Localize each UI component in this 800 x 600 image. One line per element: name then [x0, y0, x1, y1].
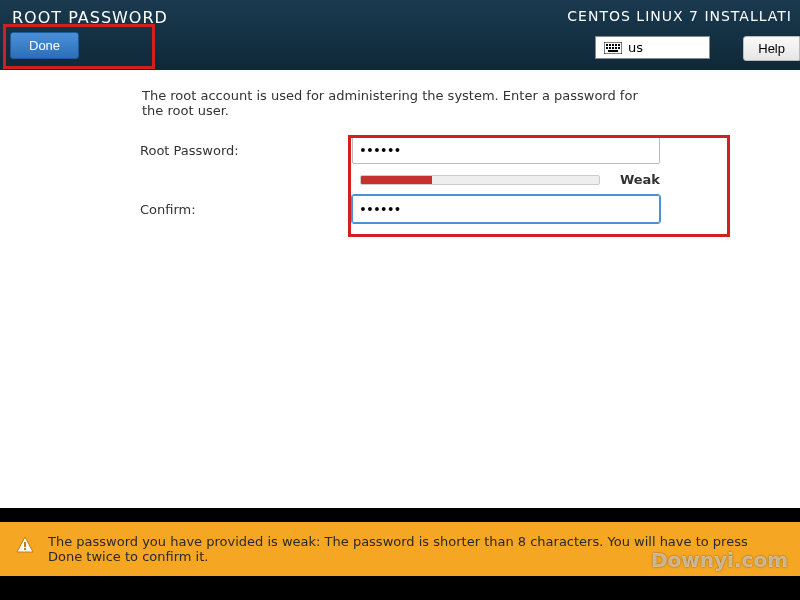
strength-fill [361, 176, 432, 184]
description-text: The root account is used for administeri… [140, 88, 660, 118]
svg-rect-10 [618, 47, 620, 49]
confirm-label: Confirm: [140, 202, 352, 217]
password-row: Root Password: [140, 136, 660, 164]
strength-label: Weak [620, 172, 660, 187]
svg-rect-13 [24, 548, 26, 550]
main-content: The root account is used for administeri… [0, 70, 800, 508]
bottom-black-bar [0, 576, 800, 600]
warning-text: The password you have provided is weak: … [48, 534, 784, 564]
keyboard-layout-label: us [628, 40, 643, 55]
root-password-input[interactable] [352, 136, 660, 164]
warning-icon [16, 536, 34, 554]
keyboard-icon [604, 42, 622, 54]
warning-bar: The password you have provided is weak: … [0, 522, 800, 576]
confirm-row: Confirm: [140, 195, 660, 223]
svg-rect-4 [615, 44, 617, 46]
svg-rect-6 [606, 47, 608, 49]
svg-rect-12 [24, 542, 26, 547]
confirm-password-input[interactable] [352, 195, 660, 223]
svg-rect-8 [612, 47, 614, 49]
svg-rect-1 [606, 44, 608, 46]
help-button[interactable]: Help [743, 36, 800, 61]
svg-rect-7 [609, 47, 611, 49]
header-bar: ROOT PASSWORD CENTOS LINUX 7 INSTALLATI … [0, 0, 800, 70]
password-label: Root Password: [140, 143, 352, 158]
svg-rect-5 [618, 44, 620, 46]
svg-rect-11 [608, 50, 618, 52]
done-button[interactable]: Done [10, 32, 79, 59]
svg-rect-3 [612, 44, 614, 46]
strength-row: Weak [360, 172, 660, 187]
installer-title: CENTOS LINUX 7 INSTALLATI [567, 8, 792, 24]
keyboard-layout-selector[interactable]: us [595, 36, 710, 59]
svg-rect-2 [609, 44, 611, 46]
svg-rect-9 [615, 47, 617, 49]
password-strength-bar [360, 175, 600, 185]
